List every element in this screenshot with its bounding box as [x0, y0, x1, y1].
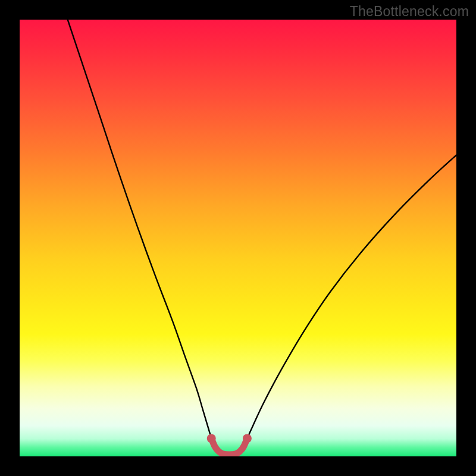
plot-area	[20, 20, 456, 456]
watermark-text: TheBottleneck.com	[350, 4, 469, 20]
overlay-endpoint-left-icon	[207, 434, 216, 443]
bottleneck-curve	[68, 20, 456, 455]
chart-svg	[20, 20, 456, 456]
near-optimal-overlay	[211, 439, 247, 455]
overlay-endpoint-right-icon	[243, 434, 252, 443]
chart-frame: TheBottleneck.com	[0, 0, 476, 476]
